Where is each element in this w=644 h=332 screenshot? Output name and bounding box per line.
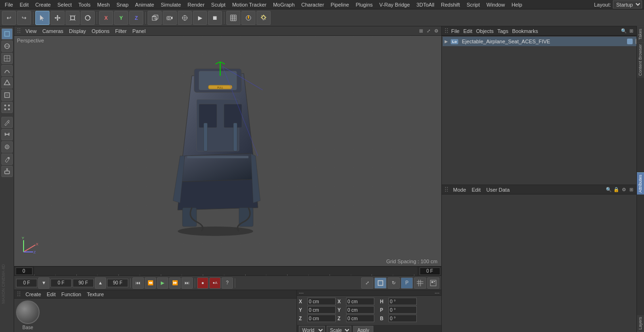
axis-y-button[interactable]: Y: [114, 11, 128, 25]
obj-color-swatch[interactable]: [627, 39, 633, 44]
vp-menu-panel[interactable]: Panel: [131, 28, 148, 34]
axis-z-button[interactable]: Z: [129, 11, 143, 25]
tool-texture-mode[interactable]: [1, 40, 13, 52]
record-auto-btn[interactable]: ●A: [209, 277, 221, 289]
viewport-3d[interactable]: Perspective: [14, 36, 441, 266]
step-back-btn[interactable]: ⏪: [145, 277, 156, 289]
obj-search-icon[interactable]: 🔍: [620, 28, 627, 34]
obj-menu-bookmarks[interactable]: Bookmarks: [510, 28, 540, 34]
coord-y-pos[interactable]: [307, 306, 336, 314]
frame-start-input[interactable]: [16, 279, 37, 287]
help-btn[interactable]: ?: [222, 277, 233, 289]
tool-select-point[interactable]: [1, 102, 13, 113]
mat-menu-create[interactable]: Create: [24, 292, 43, 297]
select-tool-button[interactable]: [35, 11, 50, 25]
vp-menu-display[interactable]: Display: [67, 28, 88, 34]
goto-start-btn[interactable]: ⏮: [132, 277, 144, 289]
menu-mesh[interactable]: Mesh: [94, 1, 113, 8]
coord-x-size[interactable]: [346, 298, 374, 305]
timeline-ruler[interactable]: 0 5 10 15 20 25 30 35 40 45 50 55 60 65: [14, 266, 441, 275]
menu-motion-tracker[interactable]: Motion Tracker: [229, 1, 269, 8]
step-forward-btn[interactable]: ⏩: [169, 277, 181, 289]
attr-lock-icon[interactable]: 🔒: [613, 186, 619, 193]
obj-menu-tags[interactable]: Tags: [495, 28, 510, 34]
vp-settings-icon[interactable]: ⚙: [433, 28, 439, 34]
stop-button[interactable]: ⏹: [208, 11, 222, 25]
tool-sculpt-mode[interactable]: [1, 65, 13, 76]
tr-rotate-btn[interactable]: ↻: [388, 277, 400, 289]
menu-sculpt[interactable]: Sculpt: [208, 1, 229, 8]
content-browser-tab[interactable]: Content Browser: [637, 42, 644, 78]
play-forward-btn[interactable]: ▶: [157, 277, 168, 289]
tr-pin-btn[interactable]: P: [401, 277, 413, 289]
menu-select[interactable]: Select: [55, 1, 75, 8]
undo-button[interactable]: ↩: [2, 11, 16, 25]
coord-z-size[interactable]: [346, 315, 374, 322]
tr-grid-btn[interactable]: [414, 277, 426, 289]
vp-menu-view[interactable]: View: [24, 28, 39, 34]
vp-expand-icon[interactable]: ⊞: [418, 28, 424, 34]
coord-x-pos[interactable]: [307, 298, 336, 305]
menu-plugins[interactable]: Plugins: [353, 1, 375, 8]
redo-button[interactable]: ↪: [17, 11, 31, 25]
mat-menu-function[interactable]: Function: [59, 292, 83, 297]
target-button[interactable]: [178, 11, 192, 25]
vp-menu-cameras[interactable]: Cameras: [41, 28, 66, 34]
menu-3dtoall[interactable]: 3DToAll: [413, 1, 437, 8]
world-select[interactable]: World Object: [299, 326, 325, 332]
coord-h-rot[interactable]: [388, 298, 417, 305]
tool-select-poly[interactable]: [1, 77, 13, 89]
coord-b-rot[interactable]: [388, 315, 417, 322]
menu-edit[interactable]: Edit: [17, 1, 32, 8]
menu-tools[interactable]: Tools: [75, 1, 93, 8]
rotate-tool-button[interactable]: [81, 11, 95, 25]
material-preview[interactable]: [16, 300, 40, 324]
menu-character[interactable]: Character: [298, 1, 327, 8]
menu-create[interactable]: Create: [33, 1, 54, 8]
menu-simulate[interactable]: Simulate: [158, 1, 184, 8]
coord-y-size[interactable]: [346, 306, 374, 314]
material-item-base[interactable]: Base: [16, 300, 40, 330]
mat-menu-edit[interactable]: Edit: [45, 292, 58, 297]
frame-current-input[interactable]: [50, 279, 72, 287]
tool-uv-mode[interactable]: [1, 53, 13, 64]
tool-weight[interactable]: [1, 166, 13, 177]
attr-expand-icon[interactable]: ⊞: [628, 186, 635, 193]
menu-window[interactable]: Window: [484, 1, 508, 8]
end-frame-input[interactable]: [420, 267, 440, 275]
menu-snap[interactable]: Snap: [114, 1, 132, 8]
menu-help[interactable]: Help: [509, 1, 525, 8]
tr-render-btn[interactable]: [427, 277, 439, 289]
tool-knife[interactable]: [1, 117, 13, 128]
obj-layers-icon[interactable]: ⊞: [628, 28, 635, 34]
layout-select[interactable]: Startup: [613, 0, 642, 8]
attr-settings-icon[interactable]: ⚙: [620, 186, 627, 193]
menu-file[interactable]: File: [2, 1, 16, 8]
vp-move-icon[interactable]: ⤢: [425, 28, 432, 34]
layers-tab[interactable]: Layers: [637, 315, 644, 332]
tool-paint[interactable]: [1, 154, 13, 165]
tool-magnet[interactable]: [1, 129, 13, 140]
cube-tool-button[interactable]: [148, 11, 162, 25]
play-button[interactable]: ▶: [193, 11, 207, 25]
camera-button[interactable]: [163, 11, 177, 25]
object-row-seat[interactable]: ▶ Lo Ejectable_Airplane_Seat_ACES_FIVE ⚫: [443, 37, 643, 46]
menu-redshift[interactable]: Redshift: [438, 1, 462, 8]
attr-search-icon[interactable]: 🔍: [605, 186, 612, 193]
scale-select[interactable]: Scale: [327, 326, 351, 332]
takes-tab[interactable]: Takes: [637, 26, 644, 42]
tr-move-btn[interactable]: ⤢: [361, 277, 373, 289]
current-frame-input[interactable]: [16, 267, 33, 275]
tool-model-mode[interactable]: [1, 28, 13, 40]
coord-z-pos[interactable]: [307, 315, 336, 322]
menu-render[interactable]: Render: [185, 1, 207, 8]
viewport-grid-button[interactable]: [226, 11, 240, 25]
light-button[interactable]: [256, 11, 271, 25]
tool-select-edge[interactable]: [1, 89, 13, 101]
obj-menu-objects[interactable]: Objects: [474, 28, 495, 34]
obj-menu-edit[interactable]: Edit: [462, 28, 474, 34]
obj-menu-file[interactable]: File: [449, 28, 462, 34]
render-region-button[interactable]: [241, 11, 256, 25]
menu-mograph[interactable]: MoGraph: [270, 1, 297, 8]
move-tool-button[interactable]: [50, 11, 65, 25]
